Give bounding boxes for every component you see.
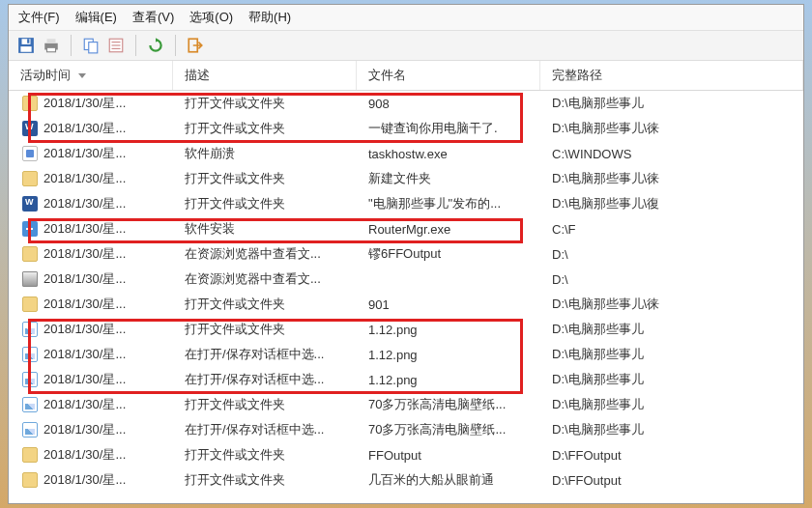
table-row[interactable]: 2018/1/30/星...打开文件或文件夹1.12.pngD:\电脑那些事儿 bbox=[9, 317, 803, 342]
table-row[interactable]: 2018/1/30/星...打开文件或文件夹901D:\电脑那些事儿\徕 bbox=[9, 292, 803, 317]
cell-time: 2018/1/30/星... bbox=[44, 245, 126, 263]
menu-view[interactable]: 查看(V) bbox=[132, 9, 174, 26]
cell-filename: 一键查询你用电脑干了. bbox=[357, 120, 540, 137]
table-row[interactable]: 2018/1/30/星...在打开/保存对话框中选...1.12.pngD:\电… bbox=[9, 342, 803, 367]
col-label: 文件名 bbox=[368, 67, 406, 84]
table-row[interactable]: 2018/1/30/星...在打开/保存对话框中选...70多万张高清电脑壁纸.… bbox=[9, 417, 803, 442]
separator bbox=[135, 35, 136, 56]
cell-description: 打开文件或文件夹 bbox=[173, 446, 357, 464]
col-label: 活动时间 bbox=[20, 67, 71, 84]
properties-icon[interactable] bbox=[106, 36, 126, 55]
separator bbox=[175, 35, 176, 56]
cell-description: 在打开/保存对话框中选... bbox=[173, 421, 357, 438]
table-row[interactable]: 2018/1/30/星...打开文件或文件夹一键查询你用电脑干了.D:\电脑那些… bbox=[9, 116, 803, 141]
table-row[interactable]: 2018/1/30/星...打开文件或文件夹几百米的大船从眼前通D:\FFOut… bbox=[9, 467, 803, 493]
menu-options[interactable]: 选项(O) bbox=[189, 9, 233, 26]
save-icon[interactable] bbox=[16, 36, 36, 55]
cell-time: 2018/1/30/星... bbox=[44, 446, 126, 464]
cell-description: 打开文件或文件夹 bbox=[173, 120, 357, 137]
cell-filename: FFOutput bbox=[357, 448, 540, 463]
cell-fullpath: D:\电脑那些事儿 bbox=[540, 95, 803, 112]
table-row[interactable]: 2018/1/30/星...在资源浏览器中查看文...镠6FFOutputD:\ bbox=[9, 241, 803, 267]
img-icon bbox=[22, 322, 38, 337]
table: 活动时间 描述 文件名 完整路径 2018/1/30/星...打开文件或文件夹9… bbox=[9, 61, 803, 503]
cell-filename: 1.12.png bbox=[357, 348, 540, 362]
cell-fullpath: D:\FFOutput bbox=[540, 473, 803, 488]
cell-time: 2018/1/30/星... bbox=[44, 120, 126, 137]
sort-desc-icon bbox=[78, 73, 86, 78]
menu-edit[interactable]: 编辑(E) bbox=[75, 9, 117, 26]
refresh-icon[interactable] bbox=[146, 36, 165, 55]
table-row[interactable]: 2018/1/30/星...软件崩溃taskhostw.exeC:\WINDOW… bbox=[9, 141, 803, 166]
col-label: 完整路径 bbox=[552, 67, 602, 84]
cell-time: 2018/1/30/星... bbox=[44, 95, 126, 112]
table-row[interactable]: 2018/1/30/星...软件安装RouterMgr.exeC:\F bbox=[9, 216, 803, 241]
cell-time: 2018/1/30/星... bbox=[44, 346, 126, 363]
cell-filename: 1.12.png bbox=[357, 323, 540, 337]
col-description[interactable]: 描述 bbox=[173, 61, 357, 90]
cell-time: 2018/1/30/星... bbox=[44, 270, 126, 288]
cell-time: 2018/1/30/星... bbox=[44, 145, 126, 162]
img-icon bbox=[22, 372, 38, 387]
cell-filename: 新建文件夹 bbox=[357, 170, 540, 187]
cell-fullpath: D:\ bbox=[540, 272, 803, 287]
word-icon bbox=[22, 121, 38, 136]
cell-fullpath: D:\电脑那些事儿\復 bbox=[540, 195, 803, 212]
rows-container: 2018/1/30/星...打开文件或文件夹908D:\电脑那些事儿2018/1… bbox=[9, 91, 803, 493]
img-icon bbox=[22, 347, 38, 362]
cell-description: 打开文件或文件夹 bbox=[173, 321, 357, 338]
menu-file[interactable]: 文件(F) bbox=[18, 9, 60, 26]
cell-fullpath: D:\电脑那些事儿 bbox=[540, 421, 803, 438]
cell-fullpath: C:\WINDOWS bbox=[540, 147, 803, 161]
table-row[interactable]: 2018/1/30/星...打开文件或文件夹"电脑那些事儿"发布的...D:\电… bbox=[9, 191, 803, 216]
table-row[interactable]: 2018/1/30/星...打开文件或文件夹新建文件夹D:\电脑那些事儿\徕 bbox=[9, 166, 803, 191]
app-window: 文件(F) 编辑(E) 查看(V) 选项(O) 帮助(H) 活动时 bbox=[8, 4, 804, 504]
col-activity-time[interactable]: 活动时间 bbox=[9, 61, 173, 90]
table-row[interactable]: 2018/1/30/星...在打开/保存对话框中选...1.12.pngD:\电… bbox=[9, 367, 803, 392]
col-label: 描述 bbox=[185, 67, 210, 84]
cell-fullpath: D:\电脑那些事儿 bbox=[540, 396, 803, 413]
cell-time: 2018/1/30/星... bbox=[44, 371, 126, 388]
cell-filename: 1.12.png bbox=[357, 373, 540, 387]
col-filename[interactable]: 文件名 bbox=[357, 61, 540, 90]
cell-description: 打开文件或文件夹 bbox=[173, 471, 357, 489]
menu-help[interactable]: 帮助(H) bbox=[248, 9, 291, 26]
cell-description: 打开文件或文件夹 bbox=[173, 95, 357, 112]
table-row[interactable]: 2018/1/30/星...打开文件或文件夹908D:\电脑那些事儿 bbox=[9, 91, 803, 116]
cell-filename: RouterMgr.exe bbox=[357, 222, 540, 237]
svg-rect-8 bbox=[89, 42, 98, 53]
cell-filename: 70多万张高清电脑壁纸... bbox=[357, 421, 540, 438]
cell-filename: 901 bbox=[357, 297, 540, 312]
copy-icon[interactable] bbox=[81, 36, 101, 55]
cell-filename: 镠6FFOutput bbox=[357, 245, 540, 263]
img-icon bbox=[22, 397, 38, 412]
table-row[interactable]: 2018/1/30/星...打开文件或文件夹70多万张高清电脑壁纸...D:\电… bbox=[9, 392, 803, 417]
cell-description: 打开文件或文件夹 bbox=[173, 396, 357, 413]
folder-icon bbox=[22, 296, 38, 312]
folder-icon bbox=[22, 246, 38, 262]
drive-icon bbox=[22, 271, 38, 287]
exit-icon[interactable] bbox=[186, 36, 205, 55]
cell-fullpath: D:\电脑那些事儿 bbox=[540, 346, 803, 363]
cell-description: 软件崩溃 bbox=[173, 145, 357, 162]
separator bbox=[71, 35, 72, 56]
cell-fullpath: D:\电脑那些事儿\徕 bbox=[540, 120, 803, 137]
cell-description: 在打开/保存对话框中选... bbox=[173, 346, 357, 363]
cell-filename: 908 bbox=[357, 97, 540, 111]
cell-time: 2018/1/30/星... bbox=[44, 421, 126, 438]
table-row[interactable]: 2018/1/30/星...在资源浏览器中查看文...D:\ bbox=[9, 267, 803, 292]
exe-icon bbox=[22, 146, 38, 161]
table-row[interactable]: 2018/1/30/星...打开文件或文件夹FFOutputD:\FFOutpu… bbox=[9, 442, 803, 467]
toolbar bbox=[9, 31, 803, 61]
cell-description: 软件安装 bbox=[173, 220, 357, 238]
svg-rect-6 bbox=[47, 47, 56, 52]
install-icon bbox=[22, 221, 38, 237]
cell-description: 在资源浏览器中查看文... bbox=[173, 270, 357, 288]
cell-time: 2018/1/30/星... bbox=[44, 170, 126, 187]
column-headers: 活动时间 描述 文件名 完整路径 bbox=[9, 61, 803, 91]
cell-fullpath: D:\电脑那些事儿 bbox=[540, 371, 803, 388]
print-icon[interactable] bbox=[42, 36, 61, 55]
cell-time: 2018/1/30/星... bbox=[44, 220, 126, 238]
col-fullpath[interactable]: 完整路径 bbox=[540, 61, 803, 90]
folder-icon bbox=[22, 472, 38, 488]
